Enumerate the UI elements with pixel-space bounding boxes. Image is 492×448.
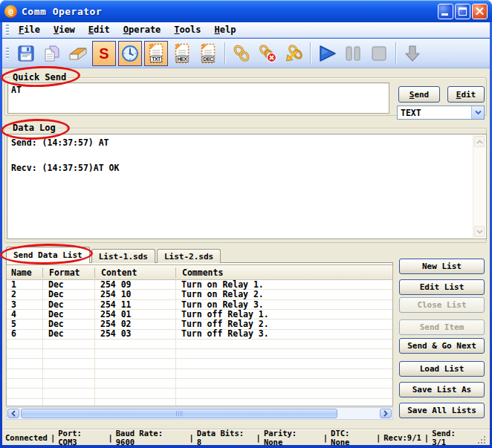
cell-format: Dec xyxy=(42,300,94,310)
log-line-send: Send: (14:37:57) AT xyxy=(11,137,470,149)
column-header-content[interactable]: Content xyxy=(94,267,175,278)
column-header-comments[interactable]: Comments xyxy=(175,267,392,278)
menu-bar: File View Edit Operate Tools Help xyxy=(2,22,490,38)
table-row[interactable]: 6 Dec 254 03 Turn off Relay 3. xyxy=(7,329,392,339)
table-row[interactable]: 4 Dec 254 01 Turn off Relay 1. xyxy=(7,310,392,319)
status-parity: Parity: None xyxy=(264,429,320,447)
dec-label: DEC xyxy=(201,56,214,62)
toolbar-grip xyxy=(6,48,9,59)
menu-operate[interactable]: Operate xyxy=(117,23,168,36)
cell-comments: Turn off Relay 1. xyxy=(175,310,392,319)
eraser-icon xyxy=(68,44,88,63)
reconnect-button[interactable] xyxy=(282,41,305,66)
copy-button[interactable] xyxy=(40,41,64,66)
scroll-left-button[interactable] xyxy=(7,409,19,418)
connect-button[interactable] xyxy=(230,41,253,66)
cell-format: Dec xyxy=(42,319,94,329)
maximize-icon xyxy=(459,7,467,16)
table-row[interactable]: 5 Dec 254 02 Turn off Relay 2. xyxy=(7,319,392,329)
window-controls xyxy=(438,4,488,19)
data-log-scrollbar[interactable] xyxy=(473,135,485,238)
play-icon xyxy=(317,44,337,63)
format-dec-button[interactable]: DEC xyxy=(196,41,220,66)
save-all-lists-button[interactable]: Save All Lists xyxy=(399,403,485,418)
format-txt-toggle[interactable]: TXT xyxy=(144,41,168,66)
stop-icon xyxy=(369,44,389,63)
toolbar-separator xyxy=(310,42,311,65)
edit-list-button[interactable]: Edit List xyxy=(399,279,485,295)
title-bar[interactable]: @ Comm Operator xyxy=(0,0,492,22)
timer-toggle[interactable] xyxy=(118,41,142,66)
cell-name: 5 xyxy=(7,319,42,329)
status-port: Port: COM3 xyxy=(58,429,105,447)
send-mode-toggle[interactable]: S xyxy=(92,41,116,66)
new-list-button[interactable]: New List xyxy=(399,259,485,274)
toolbar-separator xyxy=(224,42,225,65)
chevron-right-icon xyxy=(383,410,388,417)
scroll-up-button[interactable] xyxy=(474,136,485,147)
status-separator: | xyxy=(376,433,381,442)
app-window: @ Comm Operator File View Edit Operate T… xyxy=(0,0,492,448)
tab-send-data-list[interactable]: Send Data List xyxy=(6,247,90,263)
tab-list-1[interactable]: List-1.sds xyxy=(91,249,155,263)
status-bar: Connected | Port: COM3 | Baud Rate: 9600… xyxy=(2,429,490,445)
send-go-next-button[interactable]: Send & Go Next xyxy=(399,338,485,354)
resize-grip[interactable] xyxy=(477,435,487,445)
thumb-grip-icon xyxy=(176,411,183,416)
cell-content: 254 10 xyxy=(94,290,175,299)
table-row[interactable]: 3 Dec 254 11 Turn on Relay 3. xyxy=(7,300,392,310)
column-header-name[interactable]: Name xyxy=(7,267,42,278)
load-list-button[interactable]: Load List xyxy=(399,361,485,377)
save-button[interactable] xyxy=(14,41,38,66)
close-button[interactable] xyxy=(472,4,488,19)
send-button[interactable]: Send xyxy=(398,86,440,103)
format-hex-button[interactable]: HEX xyxy=(170,41,194,66)
maximize-button[interactable] xyxy=(455,4,470,19)
data-log-output[interactable]: Send: (14:37:57) AT Recv: (14:37:57)AT O… xyxy=(7,134,487,239)
menu-edit[interactable]: Edit xyxy=(82,23,117,36)
status-connection: Connected xyxy=(5,433,48,442)
minimize-button[interactable] xyxy=(438,4,453,19)
menu-tools[interactable]: Tools xyxy=(167,23,207,36)
dropdown-button[interactable] xyxy=(471,106,484,119)
format-dropdown[interactable]: TEXT xyxy=(397,105,485,120)
chain-arrow-icon xyxy=(284,44,303,63)
close-list-button: Close List xyxy=(399,297,485,313)
table-row[interactable]: 2 Dec 254 10 Turn on Relay 2. xyxy=(7,290,392,299)
toolbar: S TXT HEX DEC xyxy=(2,39,490,68)
cell-content: 254 03 xyxy=(94,329,175,339)
window-title: Comm Operator xyxy=(22,6,102,17)
save-list-as-button[interactable]: Save List As xyxy=(399,382,485,397)
cell-content: 254 09 xyxy=(94,280,175,290)
disconnect-button[interactable] xyxy=(256,41,279,66)
status-separator: | xyxy=(323,433,328,442)
table-hscrollbar[interactable] xyxy=(6,407,393,420)
status-send-count: Send: 3/1 xyxy=(432,429,474,447)
cell-comments: Turn on Relay 3. xyxy=(175,300,392,310)
cell-content: 254 01 xyxy=(94,310,175,319)
data-log-label: Data Log xyxy=(10,123,58,133)
status-dtc: DTC: None xyxy=(331,429,373,447)
start-button[interactable] xyxy=(315,41,339,66)
close-icon xyxy=(473,4,487,19)
tab-list-2[interactable]: List-2.sds xyxy=(157,249,221,263)
chevron-up-icon xyxy=(476,140,483,144)
menu-view[interactable]: View xyxy=(47,23,82,36)
edit-button[interactable]: Edit xyxy=(447,86,485,103)
quick-send-input[interactable]: AT xyxy=(7,82,389,114)
clear-button[interactable] xyxy=(66,41,90,66)
status-separator: | xyxy=(51,433,55,442)
column-header-format[interactable]: Format xyxy=(42,267,94,278)
scroll-down-button[interactable] xyxy=(474,226,485,237)
menu-file[interactable]: File xyxy=(12,23,47,36)
cell-format: Dec xyxy=(42,280,94,290)
menubar-grip xyxy=(6,25,9,36)
table-row[interactable]: 1 Dec 254 09 Turn on Relay 1. xyxy=(7,280,392,290)
txt-label: TXT xyxy=(150,56,162,62)
cell-name: 4 xyxy=(7,310,42,319)
scroll-right-button[interactable] xyxy=(380,409,392,418)
cell-format: Dec xyxy=(42,329,94,339)
scrollbar-thumb[interactable] xyxy=(21,409,337,418)
cell-name: 3 xyxy=(7,300,42,310)
menu-help[interactable]: Help xyxy=(208,23,243,36)
